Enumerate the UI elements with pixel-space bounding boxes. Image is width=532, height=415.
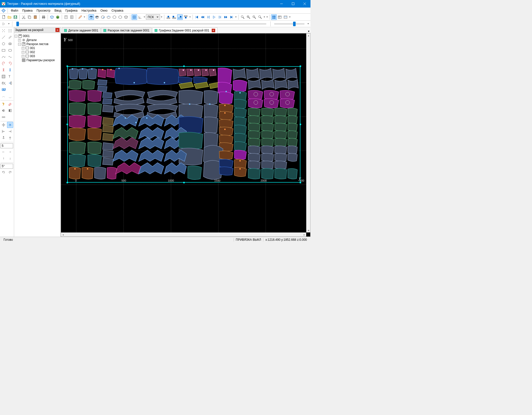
grid-doc-icon[interactable] [69,14,75,20]
save-icon[interactable] [13,14,18,20]
maximize-button[interactable] [287,0,299,8]
tool-circles-icon[interactable] [7,41,13,47]
play-dropdown[interactable] [8,23,10,25]
tool-flip-v-icon[interactable] [7,108,13,114]
toolbar-overflow-1[interactable] [83,16,86,18]
progress-slider[interactable] [16,23,266,24]
menu-settings[interactable]: Настройка [79,8,98,13]
axis-dropdown[interactable] [143,16,146,18]
tool-person2-icon[interactable] [7,67,13,73]
vertical-scrollbar[interactable]: ▴ ▾ [306,33,310,232]
horizontal-scrollbar[interactable]: ◂ ▸ [61,232,306,236]
tool-move-icon[interactable] [1,122,7,128]
scroll-down-icon[interactable]: ▾ [306,228,310,232]
step-input[interactable]: 5 [1,143,13,148]
expander-icon[interactable]: + [18,39,21,42]
new-icon[interactable] [1,14,7,20]
menu-graphics[interactable]: Графика [64,8,80,13]
paste-icon[interactable] [33,14,38,20]
tool-roundrect-icon[interactable] [7,47,13,53]
tab-layouts[interactable]: Раскрои листов задания 0001 [101,27,152,33]
view-front-icon[interactable] [94,14,100,20]
tool-erase-icon[interactable] [7,101,13,107]
menu-edit[interactable]: Правка [20,8,35,13]
tool-wave-icon[interactable] [7,54,13,60]
tool-text-icon[interactable]: T [7,74,13,80]
tool-empty2-icon[interactable] [7,114,13,120]
sheet-icon[interactable] [63,14,69,20]
scroll-right-icon[interactable]: ▸ [302,233,306,237]
tool-points-icon[interactable] [1,28,7,34]
list-view-icon[interactable] [283,14,288,20]
tree-root[interactable]: − 0001 [15,34,60,38]
scroll-up-icon[interactable]: ▴ [306,33,310,38]
tab-close-button[interactable]: ✕ [212,29,215,32]
expander-icon[interactable]: + [22,51,24,54]
tab-graphics[interactable]: Графика:Задание 0001 раскрой 001 ✕ [152,27,217,33]
copy-icon[interactable] [27,14,32,20]
view-top-icon[interactable] [106,14,111,20]
ucs-combo[interactable]: ПСК [146,14,160,20]
tool-select-icon[interactable] [7,122,13,128]
pencil-icon[interactable] [77,14,83,20]
toolbar-overflow-3[interactable] [189,16,191,18]
panel-close-button[interactable]: ✕ [55,28,59,32]
tree-params[interactable]: Параметры раскроя [15,58,60,62]
tree-sheet-2[interactable]: + 002 [15,50,60,54]
view-iso-icon[interactable] [88,14,94,20]
rotate-cw-icon[interactable] [7,169,13,175]
menu-view[interactable]: Просмотр [35,8,52,13]
arrow-down-icon[interactable]: ↓ [7,155,13,161]
arrow-up-icon[interactable]: ↑ [1,155,7,161]
rotate-ccw-icon[interactable] [1,169,7,175]
speed-slider[interactable] [274,23,304,24]
status-snap[interactable]: ПРИВЯЗКА ВЫКЛ [234,238,263,241]
nav-next-icon[interactable] [217,14,223,20]
align-1-icon[interactable] [166,14,171,20]
align-4-icon[interactable] [183,14,189,20]
arrow-right-icon[interactable]: → [7,149,13,155]
grid-view-icon[interactable] [271,14,277,20]
tool-spiral2-icon[interactable] [7,60,13,66]
tool-anchor-icon[interactable] [1,135,7,141]
app-menu-icon[interactable] [1,8,7,13]
menu-window[interactable]: Окно [99,8,110,13]
expander-icon[interactable]: + [22,55,24,58]
menu-help[interactable]: Справка [109,8,125,13]
tool-link-icon[interactable] [1,114,7,120]
axis-icon[interactable] [137,14,143,20]
tool-empty-icon[interactable] [7,87,13,93]
tabbar-dropdown[interactable]: ▾ [307,29,310,33]
nav-play-icon[interactable] [211,14,217,20]
tool-grid-icon[interactable] [7,28,13,34]
menu-file[interactable]: Файл [9,8,20,13]
close-button[interactable] [299,0,310,8]
nav-prev-fast-icon[interactable] [200,14,205,20]
align-3-icon[interactable] [177,14,183,20]
tree-sheet-3[interactable]: + 003 [15,54,60,58]
tool-snap-right-icon[interactable] [7,128,13,134]
tool-fx-icon[interactable]: f(x) [1,80,7,86]
layers-icon[interactable] [55,14,60,20]
expander-icon[interactable]: + [22,47,24,50]
zoom-out-icon[interactable] [252,14,257,20]
tool-snap-left-icon[interactable] [1,128,7,134]
menu-input[interactable]: Ввод [52,8,64,13]
tree-details[interactable]: + Детали [15,38,60,42]
toolbar-overflow-4[interactable] [235,16,237,18]
view-wire-icon[interactable] [123,14,129,20]
open-icon[interactable] [7,14,12,20]
toolbar-overflow-2[interactable] [160,16,163,18]
tool-arc-ccw-icon[interactable] [1,93,7,99]
tool-import-icon[interactable] [7,80,13,86]
tab-details[interactable]: Детали задания 0001 [62,27,101,33]
align-2-icon[interactable] [171,14,177,20]
tool-var-icon[interactable]: a,b [1,87,7,93]
expander-icon[interactable]: − [15,35,17,38]
zoom-fit-icon[interactable] [240,14,245,20]
minimize-button[interactable] [276,0,287,8]
grid-toggle-icon[interactable] [132,14,137,20]
tool-flip-h-icon[interactable] [1,108,7,114]
zoom-dropdown[interactable] [263,16,266,18]
print-icon[interactable] [41,14,46,20]
